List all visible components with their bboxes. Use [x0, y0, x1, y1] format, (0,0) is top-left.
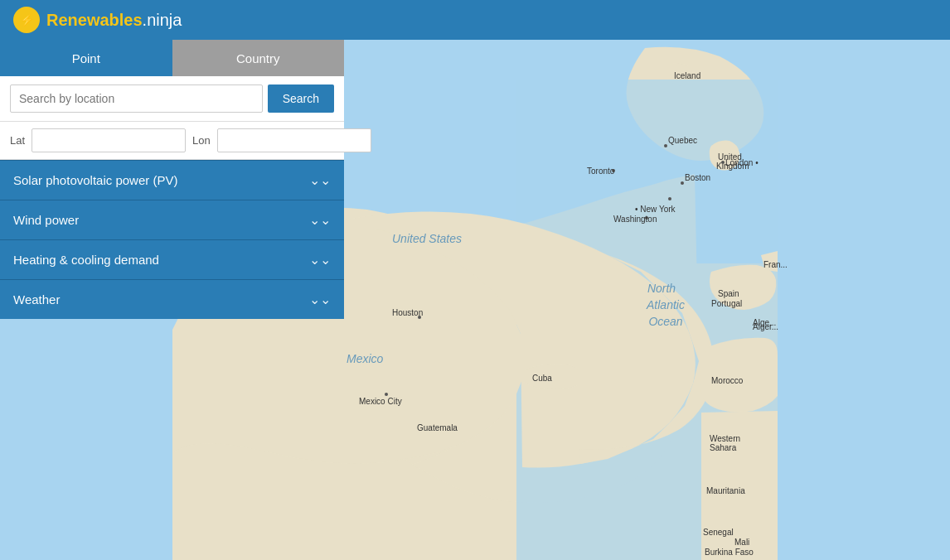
svg-text:Iceland: Iceland — [674, 71, 700, 80]
svg-point-17 — [721, 161, 725, 164]
svg-text:United States: United States — [392, 232, 462, 245]
svg-text:Quebec: Quebec — [668, 136, 697, 145]
sidebar: Point Country Search Lat Lon Solar photo… — [0, 40, 344, 319]
svg-point-41 — [385, 393, 388, 396]
logo-renewables: Renewables — [46, 11, 143, 30]
accordion-solar-chevron: ⌄⌄ — [309, 172, 331, 188]
svg-text:Cuba: Cuba — [532, 374, 552, 383]
accordion-solar-label: Solar photovoltaic power (PV) — [13, 173, 177, 187]
svg-text:Mexico City: Mexico City — [359, 397, 402, 406]
svg-text:Guatemala: Guatemala — [417, 423, 458, 432]
logo-ninja: .ninja — [143, 11, 182, 30]
search-button[interactable]: Search — [268, 84, 334, 113]
svg-text:Fran...: Fran... — [763, 260, 788, 269]
svg-text:Ocean: Ocean — [648, 315, 682, 328]
lon-input[interactable] — [217, 128, 371, 152]
svg-text:Western: Western — [710, 434, 740, 443]
svg-text:North: North — [647, 282, 676, 295]
svg-text:Morocco: Morocco — [711, 376, 744, 385]
svg-point-22 — [664, 144, 667, 147]
accordion-solar[interactable]: Solar photovoltaic power (PV) ⌄⌄ — [0, 160, 344, 200]
svg-text:Mauritania: Mauritania — [706, 486, 745, 495]
latlon-row: Lat Lon — [0, 122, 344, 160]
svg-text:Portugal: Portugal — [711, 299, 742, 308]
tab-row: Point Country — [0, 40, 344, 76]
lon-label: Lon — [192, 134, 211, 147]
svg-point-26 — [681, 181, 684, 185]
svg-text:Toronto: Toronto — [587, 167, 615, 176]
accordion-heating[interactable]: Heating & cooling demand ⌄⌄ — [0, 239, 344, 279]
svg-text:Boston: Boston — [685, 173, 710, 182]
accordion-wind-label: Wind power — [13, 213, 79, 227]
search-input[interactable] — [10, 84, 263, 113]
accordion-weather[interactable]: Weather ⌄⌄ — [0, 279, 344, 319]
search-row: Search — [0, 76, 344, 122]
logo-icon: ⚡ — [13, 7, 40, 33]
accordion-heating-chevron: ⌄⌄ — [309, 252, 331, 268]
svg-text:Alger...: Alger... — [753, 322, 778, 331]
tab-country[interactable]: Country — [172, 40, 345, 76]
accordion-wind-chevron: ⌄⌄ — [309, 212, 331, 228]
header: ⚡ Renewables .ninja — [0, 0, 950, 40]
accordion-weather-chevron: ⌄⌄ — [309, 292, 331, 307]
svg-text:Washington: Washington — [613, 215, 657, 224]
svg-text:London •: London • — [725, 158, 759, 167]
svg-text:Spain: Spain — [718, 289, 739, 298]
svg-text:Senegal: Senegal — [703, 528, 734, 537]
svg-text:Sahara: Sahara — [710, 443, 737, 452]
svg-text:Burkina Faso: Burkina Faso — [705, 548, 754, 557]
lat-input[interactable] — [32, 128, 186, 152]
svg-text:• New York: • New York — [635, 205, 676, 214]
svg-text:Mexico: Mexico — [347, 352, 384, 365]
svg-text:Atlantic: Atlantic — [646, 298, 685, 311]
accordion-heating-label: Heating & cooling demand — [13, 253, 159, 267]
svg-point-28 — [668, 197, 671, 200]
svg-text:Houston: Houston — [392, 308, 423, 317]
accordion-weather-label: Weather — [13, 292, 60, 307]
tab-point[interactable]: Point — [0, 40, 172, 76]
lat-label: Lat — [10, 134, 25, 147]
accordion-wind[interactable]: Wind power ⌄⌄ — [0, 200, 344, 239]
svg-text:Mali: Mali — [734, 538, 749, 547]
